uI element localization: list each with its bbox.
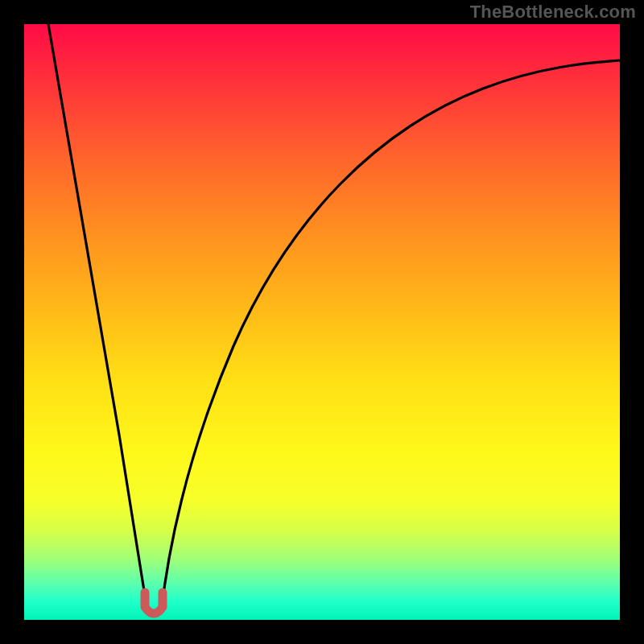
chart-frame: TheBottleneck.com [0, 0, 644, 644]
curve-layer [24, 24, 620, 620]
watermark-text: TheBottleneck.com [470, 2, 636, 23]
plot-area [24, 24, 620, 620]
curve-left-branch [48, 24, 148, 613]
valley-nub [145, 592, 163, 613]
curve-right-branch [161, 60, 620, 613]
